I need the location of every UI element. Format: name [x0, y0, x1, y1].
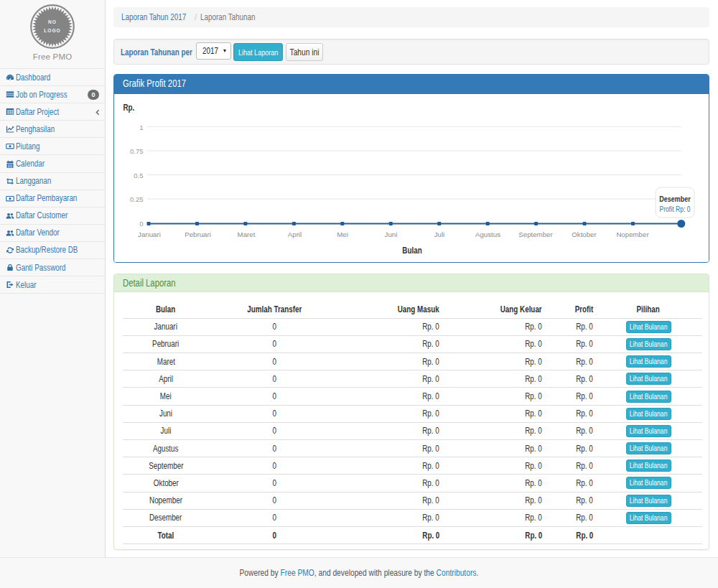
svg-text:0.25: 0.25 [130, 195, 144, 203]
svg-text:Pebruari: Pebruari [185, 230, 211, 238]
svg-text:April: April [288, 230, 302, 238]
svg-text:September: September [518, 230, 553, 238]
svg-text:LOGO: LOGO [44, 27, 61, 34]
svg-text:Rp.: Rp. [123, 103, 134, 112]
svg-text:0.75: 0.75 [130, 147, 144, 155]
svg-text:Agustus: Agustus [475, 230, 500, 238]
svg-text:Profit Rp: 0: Profit Rp: 0 [659, 205, 690, 213]
svg-text:Juni: Juni [385, 230, 398, 238]
svg-text:Oktober: Oktober [572, 230, 597, 238]
svg-text:Mei: Mei [337, 230, 348, 238]
svg-text:Maret: Maret [238, 230, 256, 238]
svg-text:Bulan: Bulan [402, 246, 422, 255]
svg-text:NO: NO [48, 18, 57, 25]
svg-text:1: 1 [139, 123, 143, 131]
svg-text:0.5: 0.5 [134, 172, 143, 179]
svg-text:Desember: Desember [659, 195, 691, 203]
svg-text:Januari: Januari [138, 230, 161, 238]
svg-text:Juli: Juli [434, 230, 445, 238]
svg-text:Nopember: Nopember [616, 230, 649, 238]
svg-text:0: 0 [139, 220, 143, 228]
